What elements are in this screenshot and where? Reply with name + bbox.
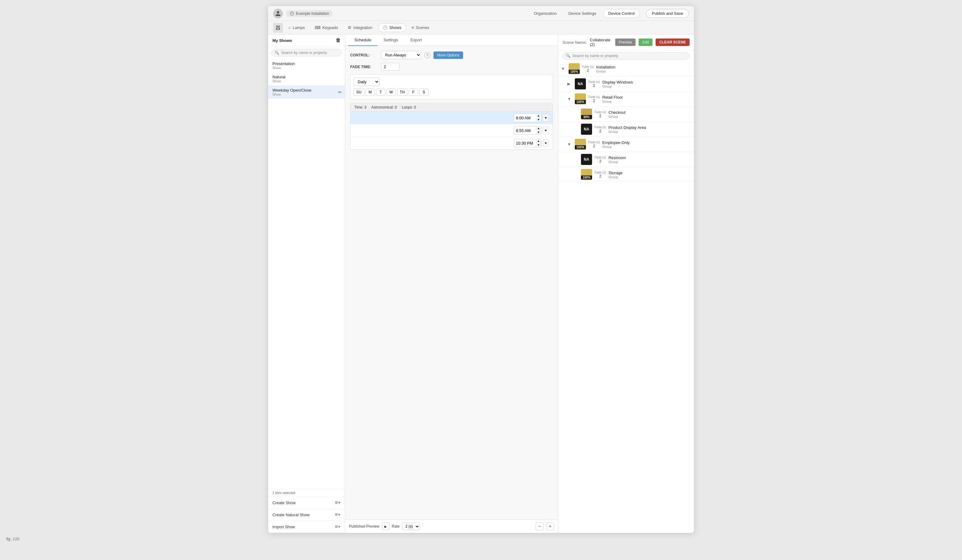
nav-device-settings[interactable]: Device Settings: [563, 9, 601, 18]
scene-name-product-display: Product Display Area Group: [609, 125, 646, 134]
day-s[interactable]: S: [419, 89, 429, 96]
scene-row-checkout[interactable]: 90% Fade (s) 2 Checkout Group: [570, 107, 694, 121]
scene-row-storage[interactable]: 100% Fade (s) 2 Storage Group: [570, 167, 694, 182]
spin-up-1[interactable]: ▲: [536, 114, 541, 118]
tab-settings[interactable]: Settings: [377, 35, 404, 46]
create-show-button[interactable]: Create Show ≡+: [268, 497, 345, 509]
right-panel: Scene Name: Collaborate (2) Preview Edit…: [558, 35, 694, 533]
play-button[interactable]: ▶: [382, 523, 389, 530]
scene-row-installation[interactable]: ▼ 100% Fade (s) 2 Installation Group: [558, 61, 694, 76]
day-su[interactable]: SU: [353, 89, 364, 96]
main-content: My Shows 🗑 🔍 Search by name or property …: [268, 35, 694, 533]
lamps-icon: ○: [289, 25, 291, 30]
trash-icon[interactable]: 🗑: [336, 38, 341, 43]
scenes-icon: ≡: [412, 25, 414, 30]
time-count-label[interactable]: Time: 3: [354, 105, 366, 109]
day-f[interactable]: F: [409, 89, 418, 96]
right-panel-header: Scene Name: Collaborate (2) Preview Edit…: [558, 35, 694, 50]
time-input-3[interactable]: [514, 140, 536, 147]
show-item-natural-name: Natural: [273, 75, 341, 79]
time-input-2[interactable]: [514, 127, 536, 134]
shows-search-box[interactable]: 🔍 Search by name or property: [271, 49, 342, 56]
frequency-select[interactable]: Daily Weekly Monthly: [353, 78, 379, 86]
tab-scenes[interactable]: ≡ Scenes: [407, 23, 434, 32]
time-row-2[interactable]: ▲ ▼ ▾: [350, 124, 553, 137]
fade-time-row: FADE TIME:: [350, 63, 553, 71]
more-options-button[interactable]: More Options: [434, 51, 463, 59]
day-t[interactable]: T: [376, 89, 385, 96]
chevron-retail-floor[interactable]: ▼: [567, 97, 572, 101]
fade-time-input[interactable]: [381, 63, 400, 71]
import-show-icon: ≡+: [335, 524, 341, 529]
scene-row-product-display[interactable]: NA Fade (s) 2 Product Display Area Group: [570, 122, 694, 137]
clear-scene-button[interactable]: CLEAR SCENE: [655, 39, 689, 46]
scene-name-checkout: Checkout Group: [609, 110, 625, 118]
publish-save-button[interactable]: Publish and Save: [646, 9, 689, 18]
tab-shows[interactable]: 🕐 Shows: [378, 23, 406, 32]
tab-integration-label: Integration: [353, 25, 372, 30]
tab-integration[interactable]: ⚙ Integration: [344, 23, 376, 32]
day-m[interactable]: M: [366, 89, 375, 96]
create-natural-show-button[interactable]: Create Natural Show ≡+: [268, 509, 345, 521]
show-item-weekday[interactable]: Weekday Open/Close Show ✏: [268, 85, 345, 99]
ampm-btn-1[interactable]: ▾: [543, 114, 549, 121]
pct-checkout: 90%: [581, 115, 592, 119]
swatch-display-windows: NA: [575, 78, 586, 89]
top-nav-right: Publish and Save: [646, 9, 689, 18]
time-row-3[interactable]: ▲ ▼ ▾: [350, 137, 553, 150]
scene-search-box[interactable]: 🔍 Search by name or property: [562, 52, 689, 60]
tab-schedule[interactable]: Schedule: [348, 35, 377, 46]
day-th[interactable]: TH: [397, 89, 408, 96]
spin-down-2[interactable]: ▼: [536, 130, 541, 134]
panel-body: CONTROL: Run Always Run Never Schedule ?…: [345, 46, 558, 520]
astronomical-label[interactable]: Astronomical: 0: [371, 105, 397, 109]
scene-name-installation: Installation Group: [596, 65, 615, 73]
swatch-retail-floor: 100%: [575, 93, 586, 105]
zoom-out-button[interactable]: −: [536, 522, 544, 530]
chevron-display-windows[interactable]: ▶: [567, 82, 572, 86]
import-show-button[interactable]: Import Show ≡+: [268, 521, 345, 533]
scene-row-restroom[interactable]: NA Fade (s) 2 Restroom Group: [570, 152, 694, 167]
ampm-btn-3[interactable]: ▾: [543, 139, 549, 147]
show-list: Presentation Show Natural Show Weekday O…: [268, 59, 345, 489]
preview-bar: Published Preview ▶ Rate 2 (s) 1 (s) 5 (…: [345, 520, 558, 533]
day-w[interactable]: W: [387, 89, 396, 96]
sub-nav-home-icon[interactable]: [273, 23, 283, 33]
edit-pencil-icon[interactable]: ✏: [338, 90, 342, 95]
middle-panel: Schedule Settings Export CONTROL: Run Al…: [345, 35, 558, 533]
spin-down-3[interactable]: ▼: [536, 143, 541, 147]
preview-scene-button[interactable]: Preview: [615, 39, 636, 46]
scene-row-retail-floor[interactable]: ▼ 100% Fade (s) 2 Retail Floor Group: [564, 92, 694, 106]
nav-organization[interactable]: Organization: [529, 9, 562, 18]
tab-keypads[interactable]: ⌨ Keypads: [310, 23, 342, 32]
nav-device-control[interactable]: Device Control: [603, 9, 640, 18]
loops-label[interactable]: Loops: 0: [402, 105, 416, 109]
show-item-presentation[interactable]: Presentation Show: [268, 59, 345, 72]
spin-up-2[interactable]: ▲: [536, 126, 541, 130]
tab-shows-label: Shows: [389, 25, 401, 30]
chevron-installation[interactable]: ▼: [561, 67, 566, 71]
spin-down-1[interactable]: ▼: [536, 118, 541, 122]
tab-lamps[interactable]: ○ Lamps: [284, 23, 309, 32]
scene-row-employee-only[interactable]: ▼ 100% Fade (s) 2 Employee-Only Group: [564, 137, 694, 152]
show-item-natural[interactable]: Natural Show: [268, 72, 345, 85]
user-icon[interactable]: [273, 9, 283, 19]
control-select[interactable]: Run Always Run Never Schedule: [381, 51, 421, 59]
tab-export[interactable]: Export: [404, 35, 428, 46]
ampm-btn-2[interactable]: ▾: [543, 127, 549, 134]
fade-display-windows: Fade (s) 2: [588, 80, 600, 88]
spin-up-3[interactable]: ▲: [536, 139, 541, 143]
edit-scene-button[interactable]: Edit: [639, 39, 652, 46]
installation-badge[interactable]: Example Installation: [286, 10, 333, 17]
swatch-employee-only: 100%: [575, 139, 586, 150]
time-input-1[interactable]: [514, 114, 536, 121]
time-row-1[interactable]: ▲ ▼ ▾: [350, 112, 553, 124]
help-icon[interactable]: ?: [424, 52, 430, 58]
bottom-actions: Create Show ≡+ Create Natural Show ≡+ Im…: [268, 496, 345, 533]
fade-product-display: Fade (s) 2: [594, 126, 606, 133]
rate-select[interactable]: 2 (s) 1 (s) 5 (s): [402, 523, 420, 530]
scene-row-display-windows[interactable]: ▶ NA Fade (s) 2 Display Windows Group: [564, 76, 694, 91]
schedule-section: Daily Weekly Monthly SU M T W TH F S: [350, 74, 553, 99]
zoom-in-button[interactable]: +: [546, 522, 554, 530]
chevron-employee-only[interactable]: ▼: [567, 142, 572, 146]
